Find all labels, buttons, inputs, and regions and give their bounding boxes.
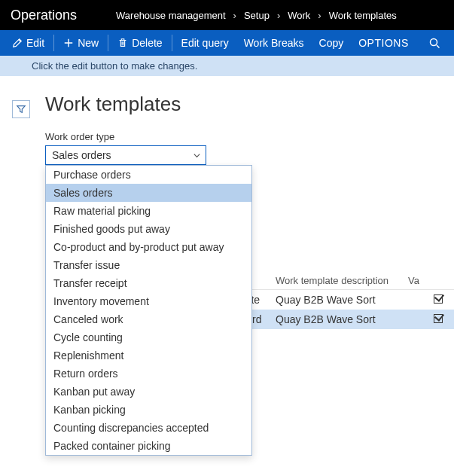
trash-icon xyxy=(117,38,128,48)
edit-button[interactable]: Edit xyxy=(5,30,52,56)
work-breaks-label: Work Breaks xyxy=(244,37,304,49)
svg-point-0 xyxy=(431,39,437,46)
work-order-type-select[interactable]: Sales orders xyxy=(45,145,206,165)
dropdown-option[interactable]: Kanban put away xyxy=(46,383,251,401)
dropdown-option[interactable]: Purchase orders xyxy=(46,166,251,184)
copy-label: Copy xyxy=(319,37,344,49)
work-breaks-button[interactable]: Work Breaks xyxy=(236,30,312,56)
funnel-icon xyxy=(16,104,26,114)
page-title: Work templates xyxy=(45,93,445,116)
work-template-grid: Work template description Va xpediteQuay… xyxy=(226,275,454,329)
work-order-type-dropdown[interactable]: Purchase ordersSales ordersRaw material … xyxy=(45,165,252,456)
dropdown-option[interactable]: Cycle counting xyxy=(46,328,251,346)
new-button[interactable]: New xyxy=(56,30,106,56)
delete-button[interactable]: Delete xyxy=(110,30,169,56)
grid-header-description[interactable]: Work template description xyxy=(276,275,408,286)
chevron-right-icon: › xyxy=(318,10,321,21)
dropdown-option[interactable]: Counting discrepancies accepted xyxy=(46,419,251,437)
dropdown-option[interactable]: Return orders xyxy=(46,365,251,383)
chevron-right-icon: › xyxy=(233,10,236,21)
select-value: Sales orders xyxy=(52,149,111,161)
table-row[interactable]: xpediteQuay B2B Wave Sort xyxy=(226,290,454,310)
dropdown-option[interactable]: Finished goods put away xyxy=(46,220,251,238)
breadcrumb-item[interactable]: Work xyxy=(288,10,310,21)
edit-label: Edit xyxy=(26,37,44,49)
dropdown-option[interactable]: Transfer issue xyxy=(46,256,251,274)
breadcrumb: Warehouse management › Setup › Work › Wo… xyxy=(116,10,397,21)
copy-button[interactable]: Copy xyxy=(312,30,352,56)
info-bar: Click the edit button to make changes. xyxy=(0,56,454,76)
cell-description: Quay B2B Wave Sort xyxy=(276,313,408,325)
table-row[interactable]: tandardQuay B2B Wave Sort xyxy=(226,310,454,329)
cell-description: Quay B2B Wave Sort xyxy=(276,294,408,306)
dropdown-option[interactable]: Canceled work xyxy=(46,310,251,328)
dropdown-option[interactable]: Raw material picking xyxy=(46,202,251,220)
checkmark-icon xyxy=(434,294,443,304)
cell-valid xyxy=(408,313,453,325)
pencil-icon xyxy=(12,38,23,48)
checkmark-icon xyxy=(434,314,443,323)
breadcrumb-item[interactable]: Setup xyxy=(244,10,270,21)
edit-query-button[interactable]: Edit query xyxy=(174,30,236,56)
action-toolbar: Edit New Delete Edit query Work Breaks C… xyxy=(0,30,454,56)
dropdown-option[interactable]: Inventory movement xyxy=(46,292,251,310)
new-label: New xyxy=(78,37,99,49)
toolbar-divider xyxy=(172,35,172,51)
options-label: OPTIONS xyxy=(358,37,409,49)
search-icon xyxy=(428,37,440,49)
dropdown-option[interactable]: Co-product and by-product put away xyxy=(46,238,251,256)
delete-label: Delete xyxy=(132,37,162,49)
edit-query-label: Edit query xyxy=(181,37,229,49)
filter-button[interactable] xyxy=(12,100,30,118)
toolbar-divider xyxy=(108,35,108,51)
dropdown-option[interactable]: Kanban picking xyxy=(46,401,251,419)
breadcrumb-item[interactable]: Warehouse management xyxy=(116,10,226,21)
dropdown-option[interactable]: Packed container picking xyxy=(46,437,251,455)
dropdown-option[interactable]: Replenishment xyxy=(46,346,251,365)
toolbar-divider xyxy=(53,35,54,51)
grid-header-valid[interactable]: Va xyxy=(408,275,453,286)
chevron-right-icon: › xyxy=(277,10,280,21)
plus-icon xyxy=(63,38,74,48)
options-button[interactable]: OPTIONS xyxy=(351,30,416,56)
cell-valid xyxy=(408,294,453,306)
app-title: Operations xyxy=(11,8,77,23)
breadcrumb-item[interactable]: Work templates xyxy=(329,10,397,21)
dropdown-option[interactable]: Transfer receipt xyxy=(46,274,251,292)
chevron-down-icon xyxy=(193,151,201,160)
work-order-type-label: Work order type xyxy=(45,131,445,142)
search-button[interactable] xyxy=(419,30,449,56)
dropdown-option[interactable]: Sales orders xyxy=(46,184,251,202)
